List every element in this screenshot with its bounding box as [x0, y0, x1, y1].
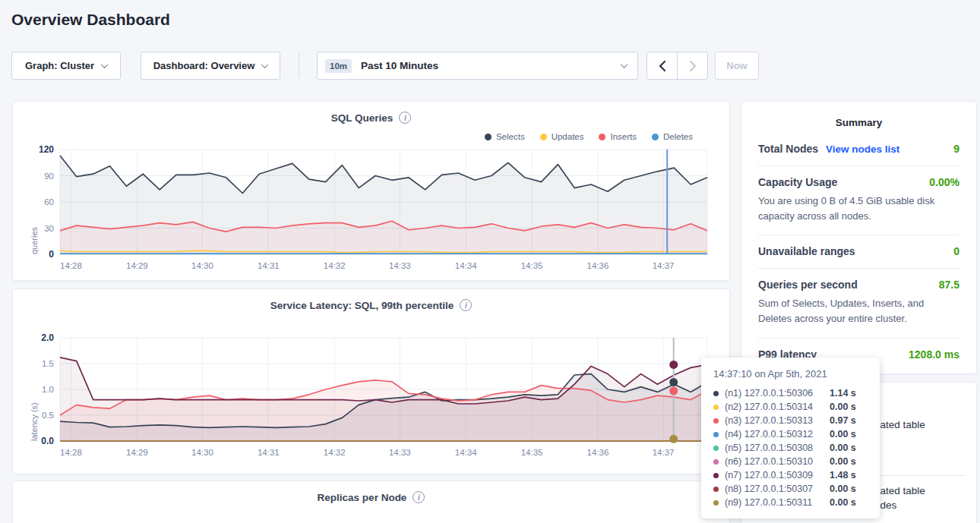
tooltip-node-row: (n8) 127.0.0.1:503070.00 s [713, 482, 869, 496]
x-axis-tick: 14:31 [258, 448, 280, 457]
legend-item-deletes[interactable]: Deletes [652, 132, 693, 141]
tooltip-rows: (n1) 127.0.0.1:503061.14 s(n2) 127.0.0.1… [713, 386, 869, 509]
summary-total-nodes: Total Nodes View nodes list 9 [758, 133, 959, 165]
y-axis-label: latency (s) [30, 338, 39, 441]
chevron-down-icon [261, 61, 269, 68]
x-axis-tick: 14:37 [653, 261, 675, 270]
page-title: Overview Dashboard [11, 11, 170, 29]
legend-dot-icon [652, 134, 659, 140]
tooltip-node-row: (n3) 127.0.0.1:503130.97 s [713, 414, 869, 427]
x-axis-tick: 14:33 [389, 448, 411, 457]
capacity-usage-description: You are using 0 B of 4.5 GiB usable disk… [758, 194, 959, 224]
chevron-down-icon [101, 61, 109, 68]
y-axis-tick: 1.0 [42, 385, 54, 394]
chevron-down-icon [621, 61, 628, 68]
dashboard-dropdown-label: Dashboard: Overview [153, 60, 255, 71]
chart-title-row: SQL Queries i [13, 112, 729, 124]
view-nodes-list-link[interactable]: View nodes list [826, 143, 899, 155]
tooltip-node-row: (n2) 127.0.0.1:503140.00 s [713, 400, 869, 414]
summary-panel: Summary Total Nodes View nodes list 9 Ca… [741, 101, 977, 374]
node-color-dot-icon [713, 500, 719, 506]
x-axis-tick: 14:35 [521, 448, 543, 457]
service-latency-panel: Service Latency: SQL, 99th percentile i … [12, 288, 730, 474]
x-axis-tick: 14:37 [653, 448, 675, 457]
now-button[interactable]: Now [715, 52, 759, 80]
y-axis-tick: 30 [44, 224, 54, 233]
event-item-fragment: eated table [874, 485, 925, 496]
sql-queries-chart[interactable] [13, 102, 729, 280]
tooltip-node-row: (n9) 127.0.0.1:503110.00 s [713, 496, 869, 509]
y-axis-tick: 0.0 [41, 436, 54, 446]
x-axis-tick: 14:36 [587, 261, 609, 270]
y-axis-tick: 1.5 [42, 359, 54, 368]
time-prev-button[interactable] [647, 52, 677, 79]
x-axis-tick: 14:29 [126, 448, 148, 457]
sql-queries-chart-title: SQL Queries [331, 112, 394, 124]
legend-dot-icon [540, 134, 547, 140]
node-color-dot-icon [713, 446, 719, 451]
service-latency-chart-title: Service Latency: SQL, 99th percentile [270, 300, 454, 311]
y-axis-tick: 90 [44, 172, 54, 181]
node-color-dot-icon [713, 405, 719, 410]
tooltip-node-row: (n6) 127.0.0.1:503100.00 s [713, 455, 869, 468]
node-color-dot-icon [713, 432, 719, 437]
x-axis-tick: 14:35 [521, 261, 543, 270]
total-nodes-label: Total Nodes [758, 143, 818, 155]
info-icon[interactable]: i [413, 491, 425, 503]
graph-dropdown[interactable]: Graph: Cluster [11, 52, 121, 80]
dashboard-dropdown[interactable]: Dashboard: Overview [141, 52, 280, 80]
x-axis-tick: 14:32 [324, 448, 346, 457]
x-axis-tick: 14:36 [587, 448, 609, 457]
tooltip-timestamp: 14:37:10 on Apr 5th, 2021 [713, 368, 869, 380]
legend-dot-icon [485, 134, 492, 140]
node-color-dot-icon [713, 459, 719, 465]
queries-per-second-value: 87.5 [939, 279, 959, 291]
y-axis-tick: 120 [39, 144, 54, 155]
legend-item-selects[interactable]: Selects [485, 132, 525, 141]
tooltip-node-row: (n5) 127.0.0.1:503080.00 s [713, 441, 869, 455]
x-axis-tick: 14:28 [60, 448, 82, 457]
time-step-buttons [646, 52, 708, 80]
queries-per-second-label: Queries per second [758, 279, 858, 291]
tooltip-node-row: (n4) 127.0.0.1:503120.00 s [713, 427, 869, 441]
info-icon[interactable]: i [460, 299, 472, 311]
p99-latency-value: 1208.0 ms [909, 348, 959, 361]
y-axis-tick: 0.5 [42, 411, 54, 420]
time-range-badge: 10m [325, 59, 352, 73]
x-axis-tick: 14:30 [191, 448, 213, 457]
capacity-usage-value: 0.00% [929, 176, 959, 188]
time-range-picker[interactable]: 10m Past 10 Minutes [317, 52, 638, 80]
x-axis-tick: 14:30 [191, 261, 213, 270]
tooltip-node-row: (n1) 127.0.0.1:503061.14 s [713, 386, 869, 400]
summary-capacity-usage: Capacity Usage 0.00% You are using 0 B o… [758, 165, 959, 235]
event-item-fragment: eated table [874, 419, 925, 430]
unavailable-ranges-value: 0 [953, 245, 959, 257]
summary-title: Summary [741, 102, 976, 133]
service-latency-chart[interactable] [13, 289, 729, 474]
tooltip-node-row: (n7) 127.0.0.1:503091.48 s [713, 468, 869, 482]
chart-title-row: Replicas per Node i [13, 491, 729, 503]
y-axis-label: queries [30, 150, 39, 254]
node-color-dot-icon [713, 473, 719, 478]
x-axis-tick: 14:32 [324, 261, 346, 270]
sql-queries-panel: SQL Queries i SelectsUpdatesInsertsDelet… [12, 101, 730, 281]
controls-divider [299, 53, 299, 78]
x-axis-tick: 14:34 [455, 261, 477, 270]
unavailable-ranges-label: Unavailable ranges [758, 245, 855, 257]
node-color-dot-icon [713, 487, 719, 492]
chart-title-row: Service Latency: SQL, 99th percentile i [13, 299, 729, 311]
info-icon[interactable]: i [399, 112, 411, 124]
y-axis-tick: 60 [44, 197, 54, 206]
legend-item-updates[interactable]: Updates [540, 132, 584, 141]
legend-item-inserts[interactable]: Inserts [599, 132, 637, 141]
replicas-per-node-chart-title: Replicas per Node [318, 492, 407, 503]
chevron-right-icon [688, 60, 697, 72]
replicas-per-node-panel: Replicas per Node i [12, 480, 730, 523]
legend-dot-icon [599, 134, 605, 140]
chevron-left-icon [658, 60, 667, 72]
x-axis-tick: 14:33 [389, 261, 411, 270]
summary-unavailable-ranges: Unavailable ranges 0 [758, 235, 959, 268]
time-next-button[interactable] [677, 52, 707, 79]
node-color-dot-icon [713, 391, 719, 396]
node-color-dot-icon [713, 418, 719, 424]
